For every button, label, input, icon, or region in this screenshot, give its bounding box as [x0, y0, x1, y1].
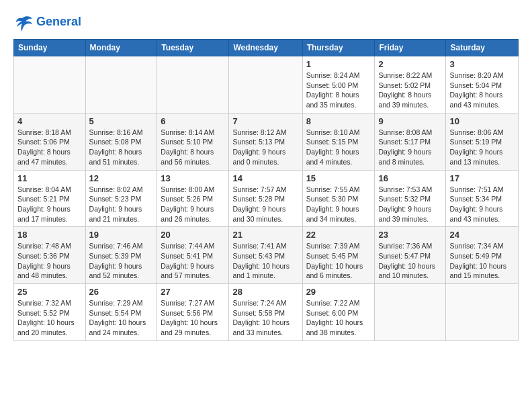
calendar-cell: 18Sunrise: 7:48 AMSunset: 5:36 PMDayligh… [14, 227, 86, 284]
day-number: 23 [378, 230, 442, 240]
calendar-cell: 7Sunrise: 8:12 AMSunset: 5:13 PMDaylight… [229, 113, 302, 170]
day-info: Sunrise: 7:48 AMSunset: 5:36 PMDaylight:… [17, 241, 82, 281]
day-number: 15 [306, 173, 371, 183]
day-info: Sunrise: 7:29 AMSunset: 5:54 PMDaylight:… [89, 298, 154, 338]
day-number: 12 [89, 173, 154, 183]
weekday-header-row: SundayMondayTuesdayWednesdayThursdayFrid… [14, 40, 519, 56]
day-number: 10 [449, 116, 515, 126]
day-number: 22 [306, 230, 371, 240]
weekday-header-tuesday: Tuesday [157, 40, 229, 56]
calendar-cell: 28Sunrise: 7:24 AMSunset: 5:58 PMDayligh… [229, 284, 302, 341]
day-number: 26 [89, 287, 154, 297]
calendar-cell: 13Sunrise: 8:00 AMSunset: 5:26 PMDayligh… [157, 170, 229, 227]
calendar-week-2: 4Sunrise: 8:18 AMSunset: 5:06 PMDaylight… [14, 113, 519, 170]
day-number: 25 [17, 287, 82, 297]
day-info: Sunrise: 8:22 AMSunset: 5:02 PMDaylight:… [378, 71, 442, 110]
day-number: 28 [232, 287, 298, 297]
calendar-cell: 25Sunrise: 7:32 AMSunset: 5:52 PMDayligh… [14, 284, 86, 341]
header: General [13, 12, 519, 32]
calendar-cell: 11Sunrise: 8:04 AMSunset: 5:21 PMDayligh… [14, 170, 86, 227]
calendar-cell: 20Sunrise: 7:44 AMSunset: 5:41 PMDayligh… [157, 227, 229, 284]
day-number: 14 [232, 173, 298, 183]
day-number: 18 [17, 230, 82, 240]
calendar-cell: 10Sunrise: 8:06 AMSunset: 5:19 PMDayligh… [446, 113, 519, 170]
calendar-cell: 24Sunrise: 7:34 AMSunset: 5:49 PMDayligh… [446, 227, 519, 284]
calendar-cell: 12Sunrise: 8:02 AMSunset: 5:23 PMDayligh… [85, 170, 157, 227]
day-info: Sunrise: 7:55 AMSunset: 5:30 PMDaylight:… [306, 185, 371, 224]
day-number: 2 [378, 59, 442, 69]
day-number: 1 [306, 59, 371, 69]
day-number: 8 [306, 116, 371, 126]
day-number: 24 [449, 230, 515, 240]
calendar-cell: 15Sunrise: 7:55 AMSunset: 5:30 PMDayligh… [302, 170, 375, 227]
day-number: 7 [232, 116, 298, 126]
day-number: 16 [378, 173, 442, 183]
calendar-cell [85, 56, 157, 113]
calendar-cell [14, 56, 86, 113]
calendar-cell: 1Sunrise: 8:24 AMSunset: 5:00 PMDaylight… [302, 56, 375, 113]
day-info: Sunrise: 7:32 AMSunset: 5:52 PMDaylight:… [17, 298, 82, 338]
calendar-cell: 22Sunrise: 7:39 AMSunset: 5:45 PMDayligh… [302, 227, 375, 284]
day-info: Sunrise: 7:36 AMSunset: 5:47 PMDaylight:… [378, 241, 442, 281]
day-number: 17 [449, 173, 515, 183]
calendar-cell: 6Sunrise: 8:14 AMSunset: 5:10 PMDaylight… [157, 113, 229, 170]
day-number: 6 [161, 116, 225, 126]
calendar-cell: 5Sunrise: 8:16 AMSunset: 5:08 PMDaylight… [85, 113, 157, 170]
calendar-cell: 26Sunrise: 7:29 AMSunset: 5:54 PMDayligh… [85, 284, 157, 341]
day-info: Sunrise: 7:34 AMSunset: 5:49 PMDaylight:… [449, 241, 515, 281]
logo-icon [13, 12, 34, 32]
calendar-cell: 3Sunrise: 8:20 AMSunset: 5:04 PMDaylight… [446, 56, 519, 113]
calendar-cell: 2Sunrise: 8:22 AMSunset: 5:02 PMDaylight… [375, 56, 446, 113]
day-number: 4 [17, 116, 82, 126]
calendar-cell [375, 284, 446, 341]
day-number: 3 [449, 59, 515, 69]
day-info: Sunrise: 8:06 AMSunset: 5:19 PMDaylight:… [449, 128, 515, 167]
day-number: 5 [89, 116, 154, 126]
day-info: Sunrise: 8:10 AMSunset: 5:15 PMDaylight:… [306, 128, 371, 167]
day-info: Sunrise: 7:22 AMSunset: 6:00 PMDaylight:… [306, 298, 371, 338]
day-info: Sunrise: 7:39 AMSunset: 5:45 PMDaylight:… [306, 241, 371, 281]
day-number: 20 [161, 230, 225, 240]
weekday-header-thursday: Thursday [302, 40, 375, 56]
day-number: 27 [161, 287, 225, 297]
calendar-cell [229, 56, 302, 113]
day-info: Sunrise: 8:14 AMSunset: 5:10 PMDaylight:… [161, 128, 225, 167]
calendar-cell: 4Sunrise: 8:18 AMSunset: 5:06 PMDaylight… [14, 113, 86, 170]
calendar-header: SundayMondayTuesdayWednesdayThursdayFrid… [14, 40, 519, 56]
day-info: Sunrise: 8:00 AMSunset: 5:26 PMDaylight:… [161, 185, 225, 224]
calendar-cell [446, 284, 519, 341]
weekday-header-saturday: Saturday [446, 40, 519, 56]
day-info: Sunrise: 7:27 AMSunset: 5:56 PMDaylight:… [161, 298, 225, 338]
day-info: Sunrise: 8:20 AMSunset: 5:04 PMDaylight:… [449, 71, 515, 110]
calendar-cell: 16Sunrise: 7:53 AMSunset: 5:32 PMDayligh… [375, 170, 446, 227]
day-number: 21 [232, 230, 298, 240]
calendar-week-5: 25Sunrise: 7:32 AMSunset: 5:52 PMDayligh… [14, 284, 519, 341]
calendar-cell: 9Sunrise: 8:08 AMSunset: 5:17 PMDaylight… [375, 113, 446, 170]
calendar: SundayMondayTuesdayWednesdayThursdayFrid… [13, 39, 519, 341]
day-number: 19 [89, 230, 154, 240]
day-info: Sunrise: 8:08 AMSunset: 5:17 PMDaylight:… [378, 128, 442, 167]
page: General SundayMondayTuesdayWednesdayThur… [0, 0, 532, 348]
weekday-header-wednesday: Wednesday [229, 40, 302, 56]
logo: General [13, 12, 81, 32]
calendar-cell: 23Sunrise: 7:36 AMSunset: 5:47 PMDayligh… [375, 227, 446, 284]
day-info: Sunrise: 8:12 AMSunset: 5:13 PMDaylight:… [232, 128, 298, 167]
day-number: 11 [17, 173, 82, 183]
calendar-cell: 27Sunrise: 7:27 AMSunset: 5:56 PMDayligh… [157, 284, 229, 341]
weekday-header-monday: Monday [85, 40, 157, 56]
day-info: Sunrise: 7:44 AMSunset: 5:41 PMDaylight:… [161, 241, 225, 281]
day-info: Sunrise: 7:57 AMSunset: 5:28 PMDaylight:… [232, 185, 298, 224]
calendar-cell: 29Sunrise: 7:22 AMSunset: 6:00 PMDayligh… [302, 284, 375, 341]
day-number: 9 [378, 116, 442, 126]
day-info: Sunrise: 7:53 AMSunset: 5:32 PMDaylight:… [378, 185, 442, 224]
calendar-week-1: 1Sunrise: 8:24 AMSunset: 5:00 PMDaylight… [14, 56, 519, 113]
day-info: Sunrise: 8:18 AMSunset: 5:06 PMDaylight:… [17, 128, 82, 167]
calendar-cell [157, 56, 229, 113]
logo-text-line1: General [36, 15, 81, 29]
weekday-header-friday: Friday [375, 40, 446, 56]
calendar-cell: 21Sunrise: 7:41 AMSunset: 5:43 PMDayligh… [229, 227, 302, 284]
calendar-cell: 14Sunrise: 7:57 AMSunset: 5:28 PMDayligh… [229, 170, 302, 227]
day-info: Sunrise: 8:02 AMSunset: 5:23 PMDaylight:… [89, 185, 154, 224]
day-info: Sunrise: 8:16 AMSunset: 5:08 PMDaylight:… [89, 128, 154, 167]
calendar-week-3: 11Sunrise: 8:04 AMSunset: 5:21 PMDayligh… [14, 170, 519, 227]
